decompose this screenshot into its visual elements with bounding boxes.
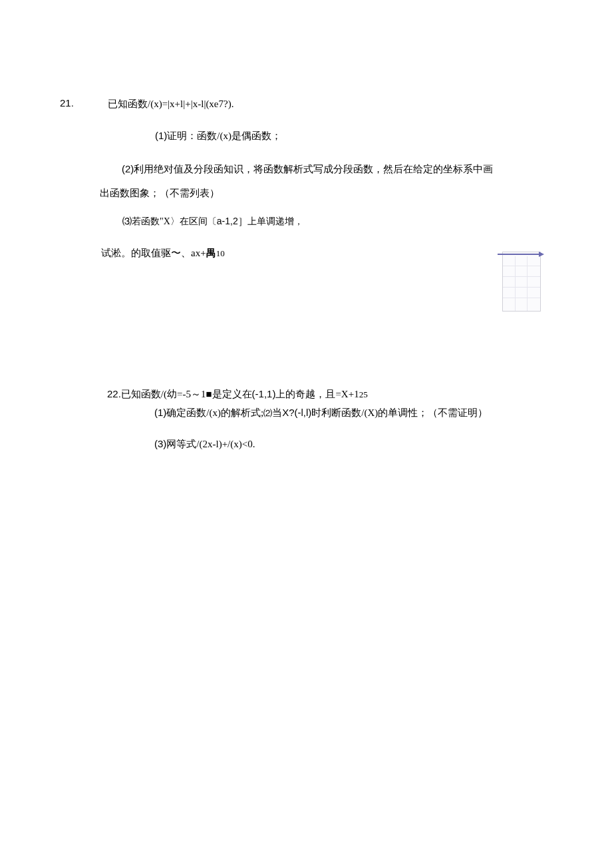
q21-l1-text: 已知函数/(x)=|x+l|+|x-l|(xe7?). [108, 99, 233, 109]
q22-line2: (1)确定函数/(x)的解析式;⑵当X?(-l,l)时利断函数/(X)的单调性；… [154, 405, 488, 420]
q21-l3-num: (2) [122, 163, 134, 174]
q22-number: 22. [107, 388, 121, 399]
grid-line [515, 256, 516, 311]
q22-l2-c: ⑵ [263, 408, 272, 418]
q21-l3-text: 利用绝对值及分段函知识，将函数解析式写成分段函数，然后在给定的坐标系中画 [134, 164, 493, 174]
q22-l1-d: (-1,1) [252, 388, 276, 399]
arrow-right-icon [539, 252, 544, 257]
q21-line5: ⑶若函数"X〉在区间〔a-1,2］上单调递增， [122, 215, 303, 228]
q22-l1-c: 是定义在 [212, 389, 252, 399]
q21-line1: 已知函数/(x)=|x+l|+|x-l|(xe7?). [108, 97, 233, 111]
q21-l2-num: (1) [155, 130, 167, 141]
q22-l3-num: (3) [154, 438, 166, 449]
q22-l1-f: 25 [359, 389, 368, 399]
q21-l6-c: 10 [216, 248, 225, 258]
grid-line [503, 287, 540, 288]
q22-l2-d: 当 [272, 407, 282, 418]
q22-line3: (3)网等式/(2x-l)+/(x)<0. [154, 437, 255, 451]
q22-l2-e: X?(-l,l) [282, 407, 311, 418]
q21-number: 21. [60, 97, 74, 108]
coordinate-graph [502, 252, 541, 312]
grid-line [527, 256, 528, 311]
q21-line2: (1)证明：函数/(x)是偶函数； [155, 128, 281, 143]
q22-l1-e: 上的奇越，且=X+1 [275, 389, 359, 399]
grid-line [503, 298, 540, 298]
square-icon: ■ [206, 389, 212, 399]
q21-l6-a: 试淞。的取值驱〜、ax+ [101, 248, 206, 258]
document-page: 21. 已知函数/(x)=|x+l|+|x-l|(xe7?). (1)证明：函数… [0, 0, 612, 868]
grid-line [503, 276, 540, 277]
q21-l6-b: 禺 [206, 248, 216, 258]
q21-l5-b: a-1,2 [217, 216, 238, 226]
q22-line1: 22.已知函数/(幼=-5～1■是定义在(-1,1)上的奇越，且=X+125 [107, 387, 368, 401]
q21-l5-c: ］上单调递增， [238, 216, 303, 226]
q21-line6: 试淞。的取值驱〜、ax+禺10 [101, 246, 225, 260]
q21-line3: (2)利用绝对值及分段函知识，将函数解析式写成分段函数，然后在给定的坐标系中画 [122, 162, 493, 176]
q22-l1-a: 已知函数/(幼=-5～1 [121, 389, 206, 399]
q21-l2-text: 证明：函数/(x)是偶函数； [167, 130, 281, 141]
q21-line4: 出函数图象；（不需列表） [100, 186, 220, 200]
q21-l4-text: 出函数图象；（不需列表） [100, 188, 220, 198]
q21-l5-a: ⑶若函数"X〉在区间〔 [122, 216, 217, 226]
q22-l2-b: 确定函数/(x)的解析式; [166, 407, 263, 418]
grid-line [503, 266, 540, 266]
q22-l2-num: (1) [154, 407, 166, 418]
q22-l2-f: 时利断函数/(X)的单调性；（不需证明） [311, 407, 488, 418]
q22-l3-b: 网等式/(2x-l)+/(x)<0. [166, 439, 255, 449]
